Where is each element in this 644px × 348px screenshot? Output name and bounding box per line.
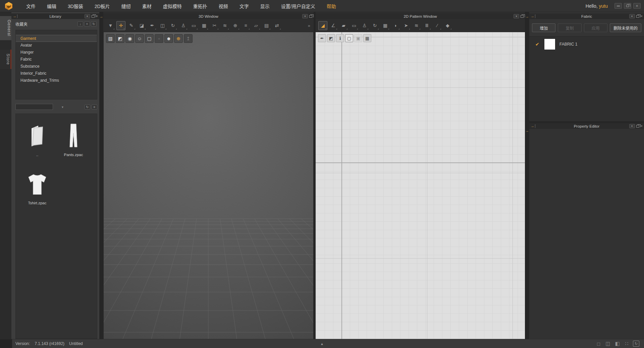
menu-item[interactable]: 显示 bbox=[255, 0, 275, 12]
menu-item[interactable]: 素材 bbox=[137, 0, 157, 12]
library-item-parent-folder[interactable]: .. bbox=[19, 121, 55, 165]
library-folder-item[interactable]: Hardware_and_Trims bbox=[16, 77, 97, 84]
float-icon[interactable] bbox=[309, 15, 312, 18]
statusbar-expand-icon[interactable]: ▲ bbox=[320, 342, 324, 346]
2d-tool-button[interactable]: ∕ bbox=[433, 21, 442, 30]
favorites-refresh-button[interactable]: ↻ bbox=[91, 21, 97, 26]
restore-button[interactable] bbox=[624, 3, 631, 9]
dock-arrow-icon[interactable]: → bbox=[13, 14, 16, 18]
layout-single-button[interactable]: □ bbox=[595, 341, 602, 347]
2d-tool-button[interactable]: ▭ bbox=[350, 21, 359, 30]
close-button[interactable]: × bbox=[633, 3, 641, 9]
3d-view-toggle-button[interactable]: ▫ bbox=[155, 34, 163, 43]
dock-arrow-icon[interactable]: → bbox=[525, 15, 529, 18]
float-icon[interactable] bbox=[92, 15, 95, 18]
panel-close-icon[interactable]: × bbox=[641, 124, 643, 128]
float-icon[interactable] bbox=[636, 125, 639, 128]
layout-two-pane-button[interactable]: ◫ bbox=[605, 341, 611, 347]
minimize-button[interactable] bbox=[614, 3, 622, 9]
fabric-delete-unused-button[interactable]: 删除未使用的 bbox=[610, 23, 641, 32]
3d-view-toggle-button[interactable]: ◉ bbox=[125, 34, 134, 43]
3d-tool-button[interactable]: ✒ bbox=[148, 21, 157, 30]
username-link[interactable]: yutu bbox=[599, 3, 608, 9]
2d-view-toggle-button[interactable]: ◩ bbox=[327, 34, 335, 42]
menu-item[interactable]: 缝纫 bbox=[116, 0, 137, 12]
panel-close-icon[interactable]: × bbox=[96, 14, 98, 18]
sidebar-tab-store[interactable]: Store bbox=[0, 50, 11, 69]
2d-tool-button[interactable]: ∠ bbox=[329, 21, 338, 30]
library-folder-item[interactable]: Hanger bbox=[16, 49, 97, 56]
favorites-import-button[interactable]: ↓ bbox=[77, 21, 83, 26]
dock-arrow-icon[interactable]: → bbox=[531, 14, 534, 18]
library-item-pants[interactable]: Pants.zpac bbox=[55, 121, 92, 165]
2d-view-toggle-button[interactable]: ✒ bbox=[318, 34, 326, 42]
property-editor-dropdown-button[interactable]: ▾ bbox=[629, 124, 635, 128]
library-refresh-button[interactable]: ↻ bbox=[85, 105, 90, 110]
3d-tool-button[interactable]: ▦ bbox=[200, 21, 209, 30]
library-folder-item[interactable]: Interior_Fabric bbox=[16, 70, 97, 77]
library-folder-item[interactable]: Garment bbox=[16, 35, 97, 42]
menu-item[interactable]: 2D板片 bbox=[89, 0, 116, 12]
float-icon[interactable] bbox=[521, 15, 524, 18]
3d-tool-button[interactable]: ⊕ bbox=[231, 21, 240, 30]
3d-viewport[interactable]: ▧◩◉☺▢▫☻⊕↥ bbox=[103, 32, 314, 339]
3d-tool-button[interactable]: ✂ bbox=[210, 21, 219, 30]
menu-item[interactable]: 文件 bbox=[20, 0, 41, 12]
3d-view-toggle-button[interactable]: ▢ bbox=[145, 34, 154, 43]
3d-view-toggle-button[interactable]: ☺ bbox=[135, 34, 144, 43]
search-input[interactable] bbox=[15, 104, 53, 110]
layout-four-pane-button[interactable]: ∷ bbox=[624, 341, 630, 347]
dock-arrow-icon[interactable]: → bbox=[99, 15, 103, 18]
3d-view-toggle-button[interactable]: ⊕ bbox=[174, 34, 183, 43]
3d-tool-button[interactable]: ♙ bbox=[179, 21, 188, 30]
3d-view-toggle-button[interactable]: ▧ bbox=[106, 34, 115, 43]
float-icon[interactable] bbox=[636, 15, 639, 18]
favorites-add-button[interactable]: + bbox=[84, 21, 90, 26]
3d-tool-button[interactable]: ≋ bbox=[220, 21, 229, 30]
2d-tool-button[interactable]: ≋ bbox=[412, 21, 421, 30]
2d-view-toggle-button[interactable]: ▣ bbox=[354, 34, 362, 42]
2d-tool-button[interactable]: ◗ bbox=[391, 21, 400, 30]
library-item-tshirt[interactable]: Tshirt.zpac bbox=[19, 169, 55, 213]
2d-view-toggle-button[interactable]: ▢ bbox=[345, 34, 353, 42]
menu-item[interactable]: 帮助 bbox=[321, 0, 342, 12]
3d-tool-button[interactable]: ▭ bbox=[189, 21, 198, 30]
3d-tool-button[interactable]: ↻ bbox=[168, 21, 177, 30]
3d-tool-button[interactable]: ◪ bbox=[137, 21, 146, 30]
panel-close-icon[interactable]: × bbox=[641, 14, 643, 18]
dock-arrow-icon[interactable]: → bbox=[531, 124, 534, 128]
3d-tool-button[interactable]: ✎ bbox=[127, 21, 136, 30]
fabric-dropdown-button[interactable]: ▾ bbox=[629, 14, 635, 18]
menu-item[interactable]: 3D服装 bbox=[62, 0, 89, 12]
2d-tool-button[interactable]: ▦ bbox=[381, 21, 390, 30]
menu-item[interactable]: 重拓扑 bbox=[187, 0, 213, 12]
menu-item[interactable]: 视频 bbox=[213, 0, 234, 12]
dock-arrow-icon[interactable]: → bbox=[525, 129, 529, 133]
2d-tool-button[interactable]: ↻ bbox=[370, 21, 379, 30]
2d-tool-button[interactable]: ◆ bbox=[443, 21, 452, 30]
menu-item[interactable]: 设置/用户自定义 bbox=[275, 0, 321, 12]
3d-view-toggle-button[interactable]: ☻ bbox=[164, 34, 173, 43]
3d-window-dropdown-button[interactable]: ▾ bbox=[302, 14, 308, 18]
2d-tool-button[interactable]: Ⅲ bbox=[422, 21, 431, 30]
3d-tool-button[interactable]: ≡ bbox=[241, 21, 250, 30]
list-view-button[interactable]: ≡ bbox=[92, 105, 97, 110]
library-folder-item[interactable]: Fabric bbox=[16, 56, 97, 63]
3d-tool-button[interactable]: ▱ bbox=[252, 21, 261, 30]
3d-view-toggle-button[interactable]: ◩ bbox=[116, 34, 124, 43]
fabric-list-item[interactable]: ✔ FABRIC 1 bbox=[529, 37, 644, 52]
2d-view-toggle-button[interactable]: ▦ bbox=[363, 34, 371, 42]
toolbar-overflow-icon[interactable]: » bbox=[308, 23, 310, 28]
2d-window-dropdown-button[interactable]: ▾ bbox=[514, 14, 519, 18]
fabric-add-button[interactable]: 增加 bbox=[532, 23, 555, 32]
2d-tool-button[interactable]: ➤ bbox=[401, 21, 411, 30]
2d-tool-button[interactable]: ▰ bbox=[339, 21, 348, 30]
fabric-swatch[interactable] bbox=[544, 39, 555, 50]
2d-tool-button[interactable]: ♙ bbox=[360, 21, 369, 30]
menu-item[interactable]: 文字 bbox=[234, 0, 255, 12]
3d-tool-button[interactable]: ⇄ bbox=[272, 21, 281, 30]
3d-view-toggle-button[interactable]: ↥ bbox=[184, 34, 193, 43]
sidebar-tab-general[interactable]: General bbox=[0, 16, 11, 40]
menu-item[interactable]: 编辑 bbox=[41, 0, 62, 12]
2d-view-toggle-button[interactable]: ℹ bbox=[336, 34, 344, 42]
